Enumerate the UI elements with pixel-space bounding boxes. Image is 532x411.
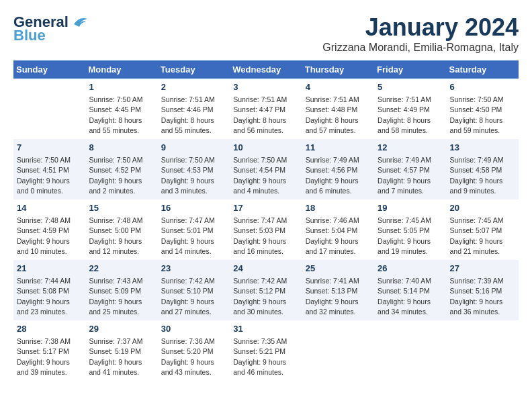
day-info: Sunrise: 7:35 AM Sunset: 5:21 PM Dayligh… xyxy=(233,336,298,377)
calendar-cell: 13Sunrise: 7:49 AM Sunset: 4:58 PM Dayli… xyxy=(447,139,519,199)
day-number: 11 xyxy=(306,142,371,154)
calendar-cell: 19Sunrise: 7:45 AM Sunset: 5:05 PM Dayli… xyxy=(374,199,446,260)
calendar-cell: 12Sunrise: 7:49 AM Sunset: 4:57 PM Dayli… xyxy=(374,139,446,199)
weekday-header: Sunday xyxy=(13,60,85,79)
calendar-week-row: 21Sunrise: 7:44 AM Sunset: 5:08 PM Dayli… xyxy=(13,260,519,320)
day-info: Sunrise: 7:48 AM Sunset: 4:59 PM Dayligh… xyxy=(17,216,82,257)
day-info: Sunrise: 7:50 AM Sunset: 4:53 PM Dayligh… xyxy=(161,155,226,196)
calendar-cell: 4Sunrise: 7:51 AM Sunset: 4:48 PM Daylig… xyxy=(302,79,374,139)
calendar-cell: 31Sunrise: 7:35 AM Sunset: 5:21 PM Dayli… xyxy=(230,320,302,381)
day-number: 15 xyxy=(89,202,154,214)
day-number: 10 xyxy=(233,142,298,154)
logo-blue: Blue xyxy=(13,27,46,44)
day-number: 5 xyxy=(378,81,443,93)
calendar-cell: 17Sunrise: 7:47 AM Sunset: 5:03 PM Dayli… xyxy=(230,199,302,260)
day-info: Sunrise: 7:49 AM Sunset: 4:57 PM Dayligh… xyxy=(378,155,443,196)
day-info: Sunrise: 7:46 AM Sunset: 5:04 PM Dayligh… xyxy=(306,216,371,257)
day-info: Sunrise: 7:42 AM Sunset: 5:12 PM Dayligh… xyxy=(233,276,298,317)
calendar-cell: 1Sunrise: 7:50 AM Sunset: 4:45 PM Daylig… xyxy=(85,79,157,139)
weekday-header: Monday xyxy=(85,60,157,79)
calendar-cell: 16Sunrise: 7:47 AM Sunset: 5:01 PM Dayli… xyxy=(158,199,230,260)
day-number: 8 xyxy=(89,142,154,154)
day-info: Sunrise: 7:41 AM Sunset: 5:13 PM Dayligh… xyxy=(306,276,371,317)
calendar-cell: 21Sunrise: 7:44 AM Sunset: 5:08 PM Dayli… xyxy=(13,260,85,320)
day-number: 20 xyxy=(450,202,515,214)
day-info: Sunrise: 7:38 AM Sunset: 5:17 PM Dayligh… xyxy=(17,336,82,377)
day-number: 18 xyxy=(306,202,371,214)
day-number: 30 xyxy=(161,323,226,335)
day-info: Sunrise: 7:45 AM Sunset: 5:05 PM Dayligh… xyxy=(378,216,443,257)
logo: General Blue xyxy=(13,13,89,44)
calendar-cell: 27Sunrise: 7:39 AM Sunset: 5:16 PM Dayli… xyxy=(447,260,519,320)
day-info: Sunrise: 7:51 AM Sunset: 4:48 PM Dayligh… xyxy=(306,95,371,136)
day-info: Sunrise: 7:36 AM Sunset: 5:20 PM Dayligh… xyxy=(161,336,226,377)
calendar-cell xyxy=(447,320,519,381)
month-title: January 2024 xyxy=(322,13,519,42)
calendar-cell xyxy=(13,79,85,139)
day-number: 16 xyxy=(161,202,226,214)
day-info: Sunrise: 7:48 AM Sunset: 5:00 PM Dayligh… xyxy=(89,216,154,257)
day-info: Sunrise: 7:45 AM Sunset: 5:07 PM Dayligh… xyxy=(450,216,515,257)
day-info: Sunrise: 7:51 AM Sunset: 4:49 PM Dayligh… xyxy=(378,95,443,136)
day-number: 28 xyxy=(17,323,82,335)
day-number: 17 xyxy=(233,202,298,214)
day-info: Sunrise: 7:50 AM Sunset: 4:52 PM Dayligh… xyxy=(89,155,154,196)
calendar-cell: 14Sunrise: 7:48 AM Sunset: 4:59 PM Dayli… xyxy=(13,199,85,260)
day-number: 13 xyxy=(450,142,515,154)
calendar-cell: 10Sunrise: 7:50 AM Sunset: 4:54 PM Dayli… xyxy=(230,139,302,199)
weekday-header: Wednesday xyxy=(230,60,302,79)
day-number: 2 xyxy=(161,81,226,93)
calendar-cell: 7Sunrise: 7:50 AM Sunset: 4:51 PM Daylig… xyxy=(13,139,85,199)
header-row: SundayMondayTuesdayWednesdayThursdayFrid… xyxy=(13,60,519,79)
calendar-cell: 30Sunrise: 7:36 AM Sunset: 5:20 PM Dayli… xyxy=(158,320,230,381)
day-number: 4 xyxy=(306,81,371,93)
day-number: 14 xyxy=(17,202,82,214)
day-number: 9 xyxy=(161,142,226,154)
day-info: Sunrise: 7:47 AM Sunset: 5:03 PM Dayligh… xyxy=(233,216,298,257)
weekday-header: Thursday xyxy=(302,60,374,79)
calendar-cell: 29Sunrise: 7:37 AM Sunset: 5:19 PM Dayli… xyxy=(85,320,157,381)
calendar-cell: 22Sunrise: 7:43 AM Sunset: 5:09 PM Dayli… xyxy=(85,260,157,320)
day-info: Sunrise: 7:39 AM Sunset: 5:16 PM Dayligh… xyxy=(450,276,515,317)
calendar-week-row: 7Sunrise: 7:50 AM Sunset: 4:51 PM Daylig… xyxy=(13,139,519,199)
calendar-cell xyxy=(374,320,446,381)
calendar-cell: 18Sunrise: 7:46 AM Sunset: 5:04 PM Dayli… xyxy=(302,199,374,260)
logo-bird-icon xyxy=(70,15,89,30)
day-number: 25 xyxy=(306,263,371,275)
calendar-week-row: 1Sunrise: 7:50 AM Sunset: 4:45 PM Daylig… xyxy=(13,79,519,139)
day-number: 24 xyxy=(233,263,298,275)
calendar-cell: 3Sunrise: 7:51 AM Sunset: 4:47 PM Daylig… xyxy=(230,79,302,139)
calendar-cell xyxy=(302,320,374,381)
calendar-cell: 24Sunrise: 7:42 AM Sunset: 5:12 PM Dayli… xyxy=(230,260,302,320)
weekday-header: Friday xyxy=(374,60,446,79)
calendar-cell: 9Sunrise: 7:50 AM Sunset: 4:53 PM Daylig… xyxy=(158,139,230,199)
day-info: Sunrise: 7:51 AM Sunset: 4:46 PM Dayligh… xyxy=(161,95,226,136)
day-info: Sunrise: 7:37 AM Sunset: 5:19 PM Dayligh… xyxy=(89,336,154,377)
day-number: 19 xyxy=(378,202,443,214)
day-number: 26 xyxy=(378,263,443,275)
day-number: 27 xyxy=(450,263,515,275)
calendar-cell: 15Sunrise: 7:48 AM Sunset: 5:00 PM Dayli… xyxy=(85,199,157,260)
day-info: Sunrise: 7:51 AM Sunset: 4:47 PM Dayligh… xyxy=(233,95,298,136)
title-block: January 2024 Grizzana Morandi, Emilia-Ro… xyxy=(322,13,519,54)
day-info: Sunrise: 7:50 AM Sunset: 4:45 PM Dayligh… xyxy=(89,95,154,136)
day-info: Sunrise: 7:47 AM Sunset: 5:01 PM Dayligh… xyxy=(161,216,226,257)
calendar-cell: 28Sunrise: 7:38 AM Sunset: 5:17 PM Dayli… xyxy=(13,320,85,381)
day-number: 21 xyxy=(17,263,82,275)
calendar-cell: 6Sunrise: 7:50 AM Sunset: 4:50 PM Daylig… xyxy=(447,79,519,139)
day-info: Sunrise: 7:50 AM Sunset: 4:51 PM Dayligh… xyxy=(17,155,82,196)
calendar-week-row: 14Sunrise: 7:48 AM Sunset: 4:59 PM Dayli… xyxy=(13,199,519,260)
day-number: 1 xyxy=(89,81,154,93)
calendar-cell: 5Sunrise: 7:51 AM Sunset: 4:49 PM Daylig… xyxy=(374,79,446,139)
weekday-header: Tuesday xyxy=(158,60,230,79)
day-number: 7 xyxy=(17,142,82,154)
calendar-cell: 20Sunrise: 7:45 AM Sunset: 5:07 PM Dayli… xyxy=(447,199,519,260)
day-number: 31 xyxy=(233,323,298,335)
day-info: Sunrise: 7:43 AM Sunset: 5:09 PM Dayligh… xyxy=(89,276,154,317)
day-info: Sunrise: 7:49 AM Sunset: 4:58 PM Dayligh… xyxy=(450,155,515,196)
day-number: 22 xyxy=(89,263,154,275)
calendar-cell: 2Sunrise: 7:51 AM Sunset: 4:46 PM Daylig… xyxy=(158,79,230,139)
day-info: Sunrise: 7:50 AM Sunset: 4:54 PM Dayligh… xyxy=(233,155,298,196)
day-info: Sunrise: 7:50 AM Sunset: 4:50 PM Dayligh… xyxy=(450,95,515,136)
calendar-week-row: 28Sunrise: 7:38 AM Sunset: 5:17 PM Dayli… xyxy=(13,320,519,381)
